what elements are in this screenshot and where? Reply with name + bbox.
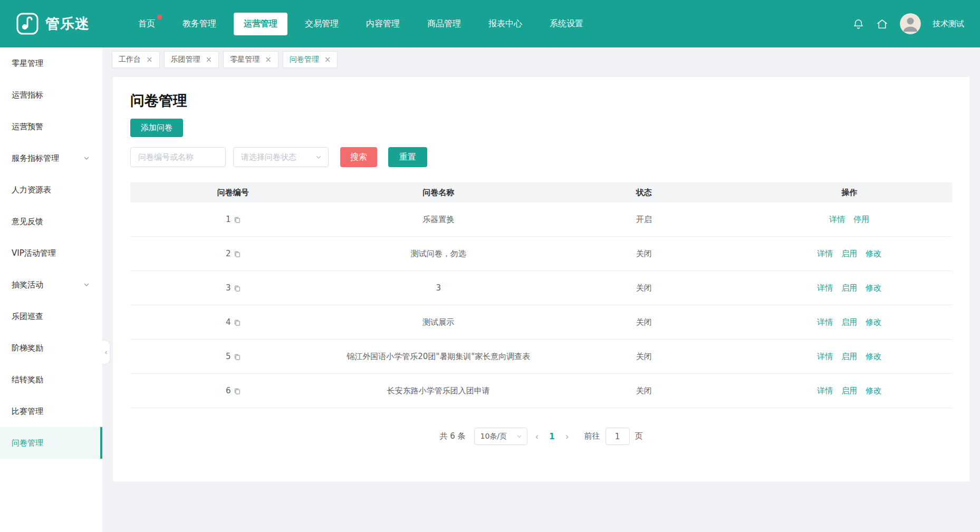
action-link[interactable]: 详情 [817,352,833,361]
tab-bar: 工作台×乐团管理×零星管理×问卷管理× [102,47,980,72]
status-select[interactable]: 请选择问卷状态 [233,147,329,167]
action-link[interactable]: 详情 [817,249,833,258]
nav-item[interactable]: 首页 [128,13,165,35]
content-card: 问卷管理 添加问卷 请选择问卷状态 搜索 重置 [113,77,969,481]
copy-icon[interactable] [234,319,241,326]
chevron-down-icon [516,433,522,439]
questionnaire-id: 5 [226,352,231,361]
nav-item[interactable]: 报表中心 [478,13,532,35]
copy-icon[interactable] [234,353,241,360]
goto-label: 前往 [584,431,600,441]
page-size-select[interactable]: 10条/页 [474,428,527,445]
tab[interactable]: 工作台× [112,51,160,68]
nav-item[interactable]: 教务管理 [172,13,226,35]
nav-item-label: 系统设置 [550,18,583,28]
content-column: 工作台×乐团管理×零星管理×问卷管理× 问卷管理 添加问卷 请选择问卷状态 [102,47,980,532]
action-link[interactable]: 启用 [841,283,857,293]
action-link[interactable]: 修改 [866,283,881,293]
page-size-value: 10条/页 [481,432,507,441]
action-link[interactable]: 详情 [817,317,833,327]
status-cell: 关闭 [541,249,747,259]
logo[interactable]: 管乐迷 [16,12,90,35]
sidebar-item[interactable]: 乐团巡查 [0,301,102,332]
nav-item-label: 商品管理 [427,18,461,28]
sidebar-item[interactable]: 运营指标 [0,79,102,111]
sidebar-item[interactable]: 服务指标管理 [0,142,102,174]
nav-item[interactable]: 交易管理 [295,13,349,35]
sidebar-item[interactable]: 比赛管理 [0,395,102,427]
prev-page-button[interactable]: ‹ [531,431,544,442]
sidebar-item[interactable]: 结转奖励 [0,364,102,395]
action-link[interactable]: 启用 [841,352,857,361]
sidebar-item[interactable]: 零星管理 [0,47,102,79]
table-header-cell: 问卷编号 [130,188,336,198]
actions-cell: 详情启用修改 [747,283,953,293]
action-link[interactable]: 启用 [841,317,857,327]
tab[interactable]: 零星管理× [223,51,278,68]
sidebar-item[interactable]: 意见反馈 [0,206,102,237]
next-page-button[interactable]: › [561,431,574,442]
table-header-cell: 操作 [747,188,953,198]
close-icon[interactable]: × [146,56,153,64]
copy-icon[interactable] [234,216,241,223]
close-icon[interactable]: × [206,56,213,64]
questionnaire-name-cell: 长安东路小学管乐团入团申请 [336,386,542,396]
table-row: 33关闭详情启用修改 [130,271,952,305]
nav-item[interactable]: 商品管理 [417,13,471,35]
copy-icon[interactable] [234,285,241,292]
action-link[interactable]: 详情 [829,215,845,224]
topbar-right: 技术测试 [852,13,964,34]
nav-item[interactable]: 系统设置 [540,13,593,35]
sidebar-item-label: 服务指标管理 [12,153,59,163]
nav-item[interactable]: 运营管理 [234,13,287,35]
questionnaire-name-cell: 乐器置换 [336,215,542,225]
questionnaire-id-cell: 4 [130,317,336,327]
avatar[interactable] [900,13,921,34]
tab[interactable]: 乐团管理× [164,51,219,68]
status-cell: 关闭 [541,283,747,293]
sidebar-item[interactable]: 问卷管理 [0,427,102,459]
goto-page-input[interactable] [606,428,630,445]
reset-button[interactable]: 重置 [388,147,427,167]
add-questionnaire-button[interactable]: 添加问卷 [130,119,183,137]
bell-icon[interactable] [852,18,864,30]
action-link[interactable]: 停用 [853,215,869,224]
action-link[interactable]: 详情 [817,283,833,293]
action-link[interactable]: 启用 [841,386,857,395]
home-icon[interactable] [876,18,888,30]
sidebar-item[interactable]: 人力资源表 [0,174,102,206]
copy-icon[interactable] [234,388,241,394]
tab-label: 工作台 [119,55,141,64]
main-row: 零星管理运营指标运营预警服务指标管理人力资源表意见反馈VIP活动管理抽奖活动乐团… [0,47,980,532]
nav-item[interactable]: 内容管理 [356,13,410,35]
action-link[interactable]: 详情 [817,386,833,395]
actions-cell: 详情启用修改 [747,352,953,362]
action-link[interactable]: 修改 [866,386,881,395]
action-link[interactable]: 修改 [866,249,881,258]
actions-cell: 详情启用修改 [747,249,953,259]
top-header: 管乐迷 首页教务管理运营管理交易管理内容管理商品管理报表中心系统设置 技术测试 [0,0,980,47]
close-icon[interactable]: × [324,56,331,64]
app-root: 管乐迷 首页教务管理运营管理交易管理内容管理商品管理报表中心系统设置 技术测试 … [0,0,980,532]
copy-icon[interactable] [234,250,241,257]
notification-dot [157,15,162,20]
username[interactable]: 技术测试 [933,19,964,29]
tab[interactable]: 问卷管理× [283,51,338,68]
sidebar-item-label: 运营指标 [12,90,43,100]
sidebar-collapse-handle[interactable]: ‹ [102,340,110,364]
action-link[interactable]: 启用 [841,249,857,258]
questionnaire-search-input[interactable] [130,147,226,167]
questionnaire-table: 问卷编号问卷名称状态操作 1乐器置换开启详情停用2测试问卷，勿选关闭详情启用修改… [130,182,952,408]
search-button[interactable]: 搜索 [340,147,377,167]
sidebar-item[interactable]: 阶梯奖励 [0,332,102,364]
close-icon[interactable]: × [265,56,272,64]
table-row: 1乐器置换开启详情停用 [130,202,952,237]
tab-label: 乐团管理 [171,55,200,64]
action-link[interactable]: 修改 [866,352,881,361]
sidebar-item[interactable]: 抽奖活动 [0,269,102,301]
sidebar: 零星管理运营指标运营预警服务指标管理人力资源表意见反馈VIP活动管理抽奖活动乐团… [0,47,102,532]
page-number-current[interactable]: 1 [546,432,557,441]
action-link[interactable]: 修改 [866,317,881,327]
sidebar-item[interactable]: 运营预警 [0,111,102,142]
sidebar-item[interactable]: VIP活动管理 [0,237,102,269]
